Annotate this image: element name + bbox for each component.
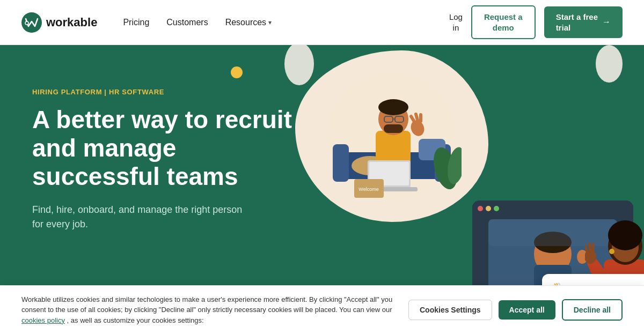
svg-line-45: [585, 246, 588, 252]
person-working-svg: Welcome: [322, 61, 462, 211]
nav-left: workable Pricing Customers Resources ▾: [21, 12, 272, 33]
svg-point-31: [494, 206, 499, 211]
cookies-settings-button[interactable]: Cookies Settings: [408, 300, 492, 320]
logo-icon: [21, 12, 42, 33]
svg-point-29: [478, 206, 483, 211]
nav-link-resources[interactable]: Resources ▾: [225, 18, 272, 27]
svg-rect-13: [384, 124, 403, 133]
hero-subtitle: HIRING PLATFORM | HR SOFTWARE: [32, 88, 295, 96]
cookie-banner: Workable utilizes cookies and similar te…: [0, 285, 644, 335]
nav-right: Log in Request a demo Start a free trial…: [449, 5, 623, 39]
arrow-icon: →: [602, 17, 611, 28]
svg-point-12: [378, 99, 408, 115]
hero-description: Find, hire, onboard, and manage the righ…: [32, 203, 247, 232]
nav-link-customers[interactable]: Customers: [166, 18, 208, 27]
svg-point-41: [608, 220, 642, 250]
login-button[interactable]: Log in: [449, 12, 463, 33]
chevron-down-icon: ▾: [268, 19, 272, 26]
decline-all-button[interactable]: Decline all: [562, 299, 623, 321]
svg-point-1: [25, 21, 28, 25]
svg-point-30: [486, 206, 491, 211]
svg-point-42: [609, 249, 614, 254]
cookie-buttons: Cookies Settings Accept all Decline all: [408, 299, 623, 321]
cookie-text: Workable utilizes cookies and similar te…: [21, 294, 396, 326]
accept-all-button[interactable]: Accept all: [499, 300, 555, 320]
logo[interactable]: workable: [21, 12, 97, 33]
svg-line-46: [589, 244, 590, 250]
nav-links: Pricing Customers Resources ▾: [123, 18, 272, 27]
nav-link-pricing[interactable]: Pricing: [123, 18, 149, 27]
svg-rect-4: [333, 144, 349, 182]
svg-line-19: [416, 114, 418, 120]
hero-content: HIRING PLATFORM | HR SOFTWARE A better w…: [32, 77, 295, 251]
request-demo-button[interactable]: Request a demo: [471, 5, 536, 39]
deco-oval-right: [596, 45, 623, 83]
person-working-blob: Welcome: [295, 50, 488, 222]
hero-title: A better way to recruit and manage succe…: [32, 106, 295, 191]
yellow-dot-decoration: [231, 66, 243, 78]
svg-text:Welcome: Welcome: [358, 187, 378, 192]
cookies-policy-link[interactable]: cookies policy: [21, 316, 65, 324]
logo-text: workable: [46, 16, 97, 29]
start-trial-button[interactable]: Start a free trial →: [544, 6, 623, 38]
navbar: workable Pricing Customers Resources ▾ L…: [0, 0, 644, 45]
